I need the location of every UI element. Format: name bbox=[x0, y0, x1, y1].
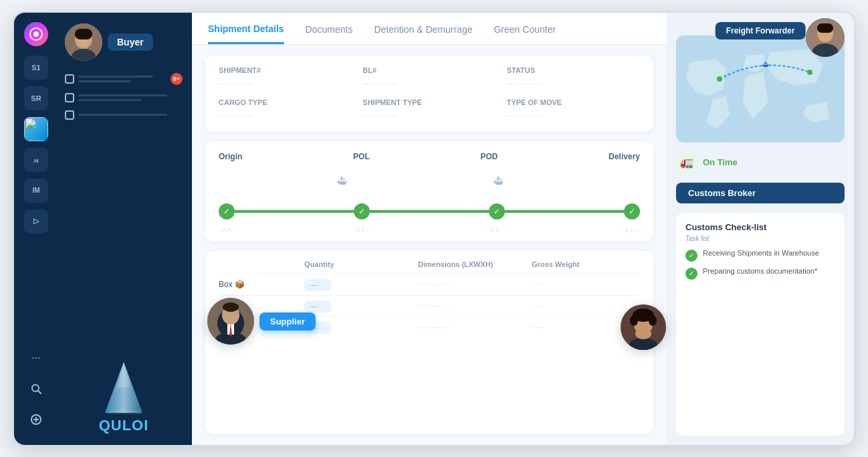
cargo-header: Quantity Dimensions (LXWXH) Gross Weight bbox=[219, 260, 640, 268]
cargo-col-quantity: Quantity bbox=[304, 260, 413, 268]
list-line bbox=[78, 80, 131, 82]
shipment-number-value: ·········· bbox=[219, 79, 254, 88]
tabs-bar: Shipment Details Documents Detention & D… bbox=[192, 13, 667, 45]
route-date-1: ··/·/··· bbox=[353, 227, 372, 234]
shipment-info-grid-top: Shipment# ·········· BL# ·········· Stat… bbox=[219, 66, 640, 89]
route-label-origin: Origin bbox=[219, 152, 242, 161]
sidebar-item-sr[interactable]: SR bbox=[24, 86, 48, 110]
tab-shipment-details[interactable]: Shipment Details bbox=[208, 23, 284, 44]
shipment-number-field: Shipment# ·········· bbox=[219, 66, 352, 89]
ship-icon-1: ⛴ bbox=[336, 175, 348, 189]
customs-checklist-subtitle: Task list bbox=[685, 235, 835, 242]
on-time-icon: 🚛 bbox=[676, 152, 697, 173]
svg-point-34 bbox=[630, 315, 638, 326]
list-item[interactable]: 9+ bbox=[65, 73, 183, 85]
type-of-move-field: Type of Move ·········· bbox=[507, 98, 640, 121]
check-icon-1: ✓ bbox=[685, 250, 697, 262]
shipment-info-grid-bottom: Cargo Type ·········· Shipment Type ····… bbox=[219, 98, 640, 121]
route-date-3: ··/·/··· bbox=[621, 227, 640, 234]
cargo-row-box: Box 📦 ···· ·········· ···· bbox=[219, 274, 640, 295]
app-container: S1 SR м IM ▷ ··· bbox=[13, 11, 855, 446]
svg-point-35 bbox=[649, 315, 657, 326]
content-area: Shipment# ·········· BL# ·········· Stat… bbox=[192, 45, 667, 445]
logo-text: QULOI bbox=[99, 417, 149, 434]
bl-label: BL# bbox=[362, 66, 496, 74]
shipment-info-card: Shipment# ·········· BL# ·········· Stat… bbox=[205, 56, 653, 132]
logo-bottom: QULOI bbox=[65, 361, 183, 434]
cargo-type-value: ·········· bbox=[219, 111, 254, 120]
tab-detention[interactable]: Detention & Demurrage bbox=[374, 24, 472, 43]
main-content: Shipment Details Documents Detention & D… bbox=[192, 13, 667, 445]
notification-badge: 9+ bbox=[171, 73, 183, 85]
logo-tower-icon bbox=[104, 361, 144, 414]
status-field: Status ·········· bbox=[507, 66, 640, 89]
route-point-pod: ✓ bbox=[489, 203, 505, 219]
route-point-origin: ✓ bbox=[219, 203, 235, 219]
supplier-overlay: Supplier bbox=[207, 298, 316, 345]
tab-green-counter[interactable]: Green Counter bbox=[494, 24, 556, 43]
cargo-col-dimensions: Dimensions (LXWXH) bbox=[418, 260, 526, 268]
list-checkbox-2[interactable] bbox=[65, 93, 74, 102]
type-of-move-value: ·········· bbox=[507, 111, 542, 120]
search-icon[interactable] bbox=[24, 377, 48, 401]
route-point-pol: ✓ bbox=[354, 203, 370, 219]
list-item[interactable] bbox=[65, 110, 183, 120]
list-item[interactable] bbox=[65, 93, 183, 102]
bl-number-field: BL# ·········· bbox=[362, 66, 496, 89]
cargo-box-weight: ···· bbox=[532, 280, 640, 288]
bl-value: ·········· bbox=[362, 79, 398, 88]
svg-point-21 bbox=[807, 70, 812, 75]
cargo-type-field: Cargo Type ·········· bbox=[219, 98, 352, 121]
add-icon[interactable] bbox=[24, 407, 48, 432]
checklist-item-1: ✓ Receiving Shipments in Warehouse bbox=[685, 249, 835, 262]
sidebar-item-img[interactable] bbox=[24, 117, 48, 141]
route-label-pol: POL bbox=[353, 152, 370, 161]
route-point-delivery: ✓ bbox=[624, 203, 640, 219]
list-checkbox-3[interactable] bbox=[65, 110, 74, 120]
status-label: Status bbox=[507, 66, 640, 74]
shipment-number-label: Shipment# bbox=[219, 66, 352, 74]
sidebar-item-p[interactable]: ▷ bbox=[24, 209, 48, 234]
cargo-pallet-dims: ·········· bbox=[418, 323, 526, 331]
customs-broker-avatar bbox=[621, 304, 666, 350]
freight-forwarder-avatar bbox=[806, 18, 845, 57]
sidebar-item-im[interactable]: IM bbox=[24, 179, 48, 203]
svg-line-3 bbox=[38, 391, 41, 393]
svg-point-1 bbox=[33, 31, 39, 37]
cargo-col-type bbox=[219, 260, 299, 268]
list-lines-2 bbox=[78, 94, 183, 101]
sidebar-item-s1[interactable]: S1 bbox=[24, 56, 48, 80]
list-lines-1 bbox=[78, 76, 167, 82]
route-card: Origin POL POD Delivery ⛴ ⛴ ✓ ✓ ✓ bbox=[205, 141, 653, 242]
cargo-col-weight: Gross Weight bbox=[532, 260, 640, 268]
supplier-label: Supplier bbox=[259, 312, 316, 331]
right-panel: Freight Forwarder bbox=[667, 13, 854, 445]
list-line bbox=[78, 99, 141, 101]
customs-checklist-card: Customs Check-list Task list ✓ Receiving… bbox=[676, 213, 845, 436]
buyer-avatar bbox=[65, 23, 102, 61]
sidebar-item-m[interactable]: м bbox=[24, 148, 48, 172]
route-label-delivery: Delivery bbox=[609, 152, 640, 161]
list-line bbox=[78, 76, 153, 78]
tab-documents[interactable]: Documents bbox=[306, 24, 353, 43]
cargo-type-box: Box 📦 bbox=[219, 280, 299, 289]
list-line bbox=[78, 114, 167, 116]
cargo-bag-weight: ···· bbox=[532, 302, 640, 310]
more-icon[interactable]: ··· bbox=[24, 346, 48, 370]
list-checkbox-1[interactable] bbox=[65, 74, 74, 84]
customs-checklist-title: Customs Check-list bbox=[685, 222, 835, 232]
route-track: ✓ ✓ ✓ ✓ bbox=[219, 201, 640, 221]
buyer-profile: Buyer bbox=[65, 23, 153, 61]
on-time-label: On Time bbox=[703, 157, 738, 167]
on-time-row: 🚛 On Time bbox=[676, 152, 845, 173]
svg-rect-11 bbox=[75, 29, 92, 39]
left-panel: Buyer 9+ bbox=[58, 13, 192, 445]
svg-point-20 bbox=[717, 76, 722, 82]
route-date-0: ··/·/··· bbox=[219, 227, 237, 234]
type-of-move-label: Type of Move bbox=[507, 98, 640, 106]
check-icon-2: ✓ bbox=[685, 268, 697, 280]
route-label-pod: POD bbox=[481, 152, 498, 161]
sidebar-logo-icon[interactable] bbox=[24, 22, 48, 46]
buyer-label: Buyer bbox=[108, 33, 153, 51]
logo-qu: QU bbox=[99, 417, 122, 434]
